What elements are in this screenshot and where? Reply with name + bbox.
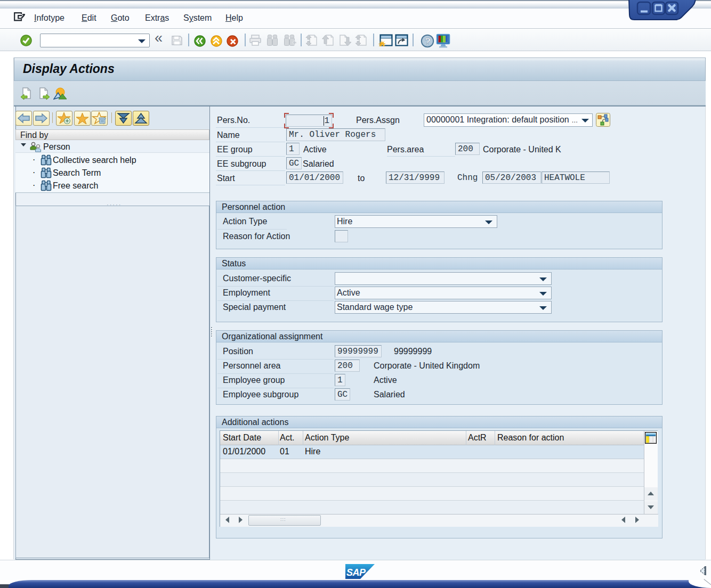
svg-text:?: ? bbox=[425, 36, 431, 47]
svg-text:SAP: SAP bbox=[346, 567, 366, 578]
